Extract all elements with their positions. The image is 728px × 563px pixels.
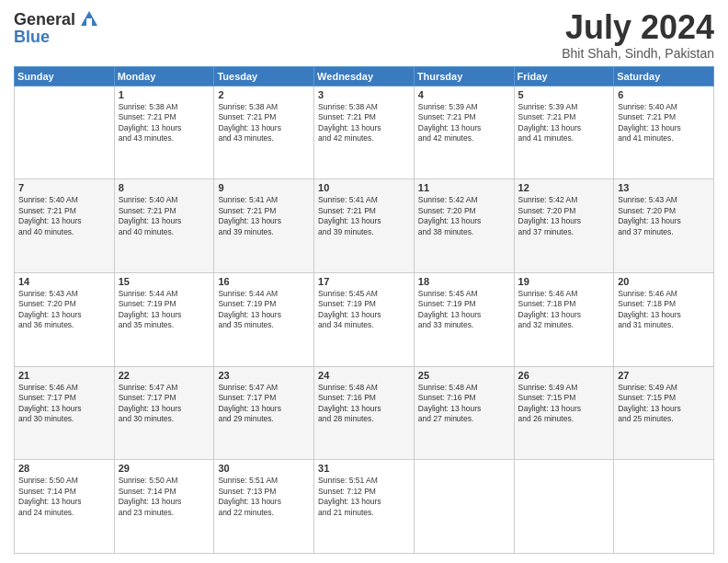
cell-info: Sunrise: 5:42 AM Sunset: 7:20 PM Dayligh… [518,195,610,237]
cell-info: Sunrise: 5:38 AM Sunset: 7:21 PM Dayligh… [119,102,210,144]
cell-info: Sunrise: 5:51 AM Sunset: 7:13 PM Dayligh… [218,476,310,518]
table-row [514,460,614,554]
day-number: 19 [518,276,610,287]
cell-info: Sunrise: 5:47 AM Sunset: 7:17 PM Dayligh… [218,383,310,425]
table-row: 25Sunrise: 5:48 AM Sunset: 7:16 PM Dayli… [414,366,514,460]
day-number: 21 [18,370,110,381]
day-number: 25 [418,370,510,381]
day-number: 17 [318,276,410,287]
day-number: 23 [218,370,310,381]
col-tuesday: Tuesday [214,66,314,86]
table-row: 12Sunrise: 5:42 AM Sunset: 7:20 PM Dayli… [514,179,614,273]
table-row: 21Sunrise: 5:46 AM Sunset: 7:17 PM Dayli… [15,366,115,460]
table-row: 23Sunrise: 5:47 AM Sunset: 7:17 PM Dayli… [214,366,314,460]
table-row: 5Sunrise: 5:39 AM Sunset: 7:21 PM Daylig… [514,86,614,179]
day-number: 5 [518,89,610,100]
page: General Blue July 2024 Bhit Shah, Sindh,… [0,0,728,563]
day-number: 28 [18,463,110,474]
table-row: 6Sunrise: 5:40 AM Sunset: 7:21 PM Daylig… [614,86,714,179]
cell-info: Sunrise: 5:46 AM Sunset: 7:18 PM Dayligh… [518,289,610,331]
table-row [15,86,115,179]
table-row: 11Sunrise: 5:42 AM Sunset: 7:20 PM Dayli… [414,179,514,273]
day-number: 11 [418,182,510,193]
table-row: 10Sunrise: 5:41 AM Sunset: 7:21 PM Dayli… [314,179,415,273]
table-row: 14Sunrise: 5:43 AM Sunset: 7:20 PM Dayli… [15,272,115,366]
table-row: 29Sunrise: 5:50 AM Sunset: 7:14 PM Dayli… [114,460,214,554]
cell-info: Sunrise: 5:38 AM Sunset: 7:21 PM Dayligh… [218,102,310,144]
cell-info: Sunrise: 5:40 AM Sunset: 7:21 PM Dayligh… [119,195,210,237]
col-friday: Friday [514,66,614,86]
col-thursday: Thursday [414,66,514,86]
table-row: 19Sunrise: 5:46 AM Sunset: 7:18 PM Dayli… [514,272,614,366]
col-sunday: Sunday [15,66,115,86]
cell-info: Sunrise: 5:46 AM Sunset: 7:17 PM Dayligh… [18,383,110,425]
day-number: 12 [518,182,610,193]
cell-info: Sunrise: 5:45 AM Sunset: 7:19 PM Dayligh… [318,289,410,331]
logo: General Blue [14,9,99,47]
cell-info: Sunrise: 5:40 AM Sunset: 7:21 PM Dayligh… [618,102,710,144]
calendar-location: Bhit Shah, Sindh, Pakistan [562,46,714,61]
header: General Blue July 2024 Bhit Shah, Sindh,… [14,9,714,61]
cell-info: Sunrise: 5:44 AM Sunset: 7:19 PM Dayligh… [119,289,210,331]
table-row [614,460,714,554]
table-row: 27Sunrise: 5:49 AM Sunset: 7:15 PM Dayli… [614,366,714,460]
day-number: 18 [418,276,510,287]
cell-info: Sunrise: 5:38 AM Sunset: 7:21 PM Dayligh… [318,102,410,144]
cell-info: Sunrise: 5:50 AM Sunset: 7:14 PM Dayligh… [119,476,210,518]
col-monday: Monday [114,66,214,86]
cell-info: Sunrise: 5:47 AM Sunset: 7:17 PM Dayligh… [119,383,210,425]
table-row [414,460,514,554]
cell-info: Sunrise: 5:50 AM Sunset: 7:14 PM Dayligh… [18,476,110,518]
day-number: 22 [119,370,210,381]
table-row: 8Sunrise: 5:40 AM Sunset: 7:21 PM Daylig… [114,179,214,273]
calendar-table: Sunday Monday Tuesday Wednesday Thursday… [14,66,714,554]
table-row: 30Sunrise: 5:51 AM Sunset: 7:13 PM Dayli… [214,460,314,554]
table-row: 24Sunrise: 5:48 AM Sunset: 7:16 PM Dayli… [314,366,415,460]
day-number: 24 [318,370,410,381]
cell-info: Sunrise: 5:48 AM Sunset: 7:16 PM Dayligh… [418,383,510,425]
col-wednesday: Wednesday [314,66,415,86]
cell-info: Sunrise: 5:39 AM Sunset: 7:21 PM Dayligh… [418,102,510,144]
table-row: 7Sunrise: 5:40 AM Sunset: 7:21 PM Daylig… [15,179,115,273]
day-number: 6 [618,89,710,100]
logo-icon [79,9,99,29]
day-number: 14 [18,276,110,287]
day-number: 13 [618,182,710,193]
table-row: 22Sunrise: 5:47 AM Sunset: 7:17 PM Dayli… [114,366,214,460]
table-row: 28Sunrise: 5:50 AM Sunset: 7:14 PM Dayli… [15,460,115,554]
day-number: 9 [218,182,310,193]
day-number: 26 [518,370,610,381]
cell-info: Sunrise: 5:41 AM Sunset: 7:21 PM Dayligh… [318,195,410,237]
table-row: 16Sunrise: 5:44 AM Sunset: 7:19 PM Dayli… [214,272,314,366]
day-number: 8 [119,182,210,193]
cell-info: Sunrise: 5:48 AM Sunset: 7:16 PM Dayligh… [318,383,410,425]
day-number: 29 [119,463,210,474]
table-row: 20Sunrise: 5:46 AM Sunset: 7:18 PM Dayli… [614,272,714,366]
cell-info: Sunrise: 5:39 AM Sunset: 7:21 PM Dayligh… [518,102,610,144]
cell-info: Sunrise: 5:42 AM Sunset: 7:20 PM Dayligh… [418,195,510,237]
day-number: 30 [218,463,310,474]
day-number: 1 [119,89,210,100]
calendar-title: July 2024 [562,9,714,46]
table-row: 1Sunrise: 5:38 AM Sunset: 7:21 PM Daylig… [114,86,214,179]
day-number: 10 [318,182,410,193]
calendar-header-row: Sunday Monday Tuesday Wednesday Thursday… [15,66,714,86]
day-number: 27 [618,370,710,381]
cell-info: Sunrise: 5:44 AM Sunset: 7:19 PM Dayligh… [218,289,310,331]
logo-general-text: General [14,10,75,29]
cell-info: Sunrise: 5:49 AM Sunset: 7:15 PM Dayligh… [618,383,710,425]
cell-info: Sunrise: 5:46 AM Sunset: 7:18 PM Dayligh… [618,289,710,331]
day-number: 3 [318,89,410,100]
day-number: 15 [119,276,210,287]
day-number: 16 [218,276,310,287]
day-number: 31 [318,463,410,474]
table-row: 9Sunrise: 5:41 AM Sunset: 7:21 PM Daylig… [214,179,314,273]
day-number: 7 [18,182,110,193]
cell-info: Sunrise: 5:43 AM Sunset: 7:20 PM Dayligh… [18,289,110,331]
table-row: 3Sunrise: 5:38 AM Sunset: 7:21 PM Daylig… [314,86,415,179]
cell-info: Sunrise: 5:40 AM Sunset: 7:21 PM Dayligh… [18,195,110,237]
cell-info: Sunrise: 5:49 AM Sunset: 7:15 PM Dayligh… [518,383,610,425]
cell-info: Sunrise: 5:43 AM Sunset: 7:20 PM Dayligh… [618,195,710,237]
cell-info: Sunrise: 5:51 AM Sunset: 7:12 PM Dayligh… [318,476,410,518]
col-saturday: Saturday [614,66,714,86]
